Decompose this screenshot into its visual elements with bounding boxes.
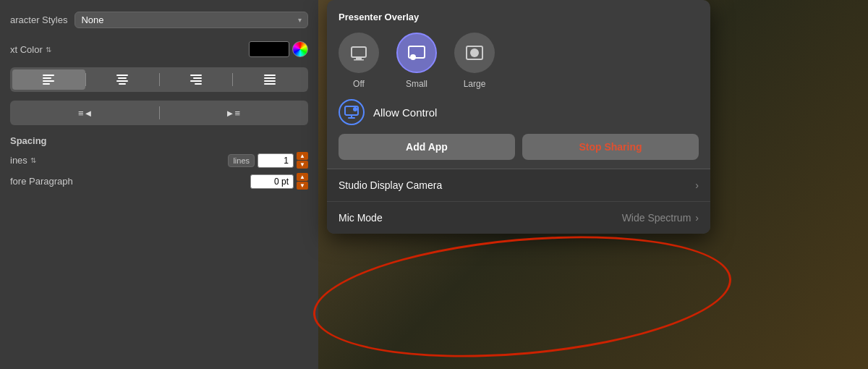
lines-stepper-up[interactable]: ▲ [297, 152, 308, 160]
spacing-section: Spacing ines ⇅ lines 1 ▲ ▼ [10, 135, 308, 194]
allow-control-icon [339, 99, 365, 125]
svg-rect-0 [43, 75, 54, 76]
before-paragraph-label: fore Paragraph [10, 176, 73, 187]
overlay-small-label: Small [406, 79, 427, 89]
lines-updown-icon: ⇅ [30, 156, 36, 164]
before-paragraph-stepper-down[interactable]: ▼ [297, 182, 308, 190]
overlay-large-icon-circle [454, 33, 495, 73]
lines-dropdown[interactable]: lines [228, 154, 255, 167]
align-justify-button[interactable] [233, 69, 306, 90]
before-paragraph-stepper[interactable]: ▲ ▼ [297, 173, 308, 190]
overlay-off-icon-circle [339, 33, 379, 73]
svg-rect-10 [190, 80, 202, 82]
lines-stepper-down[interactable]: ▼ [297, 161, 308, 169]
popup-top: Presenter Overlay Off [327, 0, 710, 169]
align-center-button[interactable] [86, 69, 159, 90]
before-paragraph-stepper-up[interactable]: ▲ [297, 173, 308, 181]
overlay-small-icon-circle [396, 33, 437, 73]
text-color-label: xt Color ⇅ [10, 44, 51, 55]
screen-share-icon [344, 104, 359, 120]
svg-rect-12 [264, 75, 276, 76]
lines-stepper[interactable]: ▲ ▼ [297, 152, 308, 169]
svg-rect-2 [43, 80, 54, 82]
stop-sharing-button[interactable]: Stop Sharing [522, 134, 699, 160]
left-panel: aracter Styles None ▾ xt Color ⇅ [0, 0, 318, 369]
svg-rect-6 [116, 80, 128, 82]
overlay-option-large[interactable]: Large [454, 33, 495, 89]
increase-indent-button[interactable]: ►≡ [160, 103, 307, 123]
overlay-large-icon [464, 43, 485, 63]
overlay-small-icon [407, 43, 427, 63]
decrease-indent-icon: ≡◄ [78, 108, 93, 119]
mic-mode-value: Wide Spectrum [622, 212, 692, 224]
char-styles-dropdown[interactable]: None ▾ [75, 12, 308, 28]
popup-bottom: Studio Display Camera › Mic Mode Wide Sp… [327, 169, 710, 234]
svg-rect-15 [264, 83, 276, 85]
svg-rect-18 [354, 59, 364, 61]
color-swatch[interactable] [249, 41, 289, 57]
svg-rect-5 [118, 77, 127, 79]
action-buttons: Add App Stop Sharing [339, 134, 699, 160]
svg-point-23 [470, 48, 479, 57]
align-right-button[interactable] [160, 69, 233, 90]
char-styles-label: aracter Styles [10, 14, 67, 25]
studio-display-camera-right: › [695, 179, 699, 191]
mic-mode-item[interactable]: Mic Mode Wide Spectrum › [327, 202, 710, 234]
before-paragraph-input[interactable]: 0 pt [250, 174, 294, 189]
updown-arrows-icon: ⇅ [46, 46, 51, 54]
allow-control-row[interactable]: Allow Control [339, 99, 699, 125]
text-color-row: xt Color ⇅ [10, 38, 308, 60]
svg-point-25 [353, 107, 357, 111]
svg-rect-11 [195, 83, 202, 85]
char-styles-row: aracter Styles None ▾ [10, 7, 308, 33]
lines-dropdown-label: lines [233, 156, 250, 165]
lines-label: ines ⇅ [10, 155, 36, 166]
align-left-button[interactable] [12, 69, 85, 90]
svg-point-20 [410, 54, 416, 60]
svg-rect-1 [43, 77, 51, 79]
indent-row: ≡◄ ►≡ [10, 101, 308, 125]
overlay-large-label: Large [464, 79, 486, 89]
overlay-options: Off Small [339, 33, 699, 89]
color-wheel-icon[interactable] [292, 41, 308, 57]
svg-rect-16 [352, 47, 366, 57]
svg-rect-4 [116, 75, 128, 76]
overlay-off-label: Off [353, 79, 365, 89]
add-app-button[interactable]: Add App [339, 134, 515, 160]
char-styles-value: None [81, 14, 103, 25]
lines-input[interactable]: 1 [258, 153, 294, 168]
svg-rect-3 [43, 83, 50, 85]
overlay-option-off[interactable]: Off [339, 33, 379, 89]
mic-mode-chevron-icon: › [695, 212, 699, 224]
allow-control-label: Allow Control [373, 106, 437, 119]
color-swatch-container [249, 41, 308, 57]
mic-mode-right: Wide Spectrum › [622, 212, 699, 224]
svg-rect-7 [119, 83, 126, 85]
svg-rect-13 [264, 77, 276, 79]
spacing-title: Spacing [10, 135, 308, 146]
increase-indent-icon: ►≡ [226, 108, 240, 119]
popup-panel: Presenter Overlay Off [327, 0, 710, 234]
studio-display-chevron-icon: › [695, 179, 699, 191]
svg-rect-9 [193, 77, 202, 79]
svg-rect-14 [264, 80, 276, 82]
overlay-option-small[interactable]: Small [396, 33, 437, 89]
popup-title: Presenter Overlay [339, 12, 699, 22]
overlay-off-icon [349, 43, 369, 63]
chevron-down-icon: ▾ [298, 16, 302, 24]
before-paragraph-row: fore Paragraph 0 pt ▲ ▼ [10, 173, 308, 190]
alignment-row [10, 67, 308, 92]
lines-row: ines ⇅ lines 1 ▲ ▼ [10, 152, 308, 169]
svg-rect-17 [356, 57, 362, 59]
svg-rect-8 [190, 75, 202, 76]
studio-display-camera-label: Studio Display Camera [339, 179, 442, 191]
mic-mode-label: Mic Mode [339, 212, 383, 224]
decrease-indent-button[interactable]: ≡◄ [12, 103, 159, 123]
studio-display-camera-item[interactable]: Studio Display Camera › [327, 169, 710, 202]
